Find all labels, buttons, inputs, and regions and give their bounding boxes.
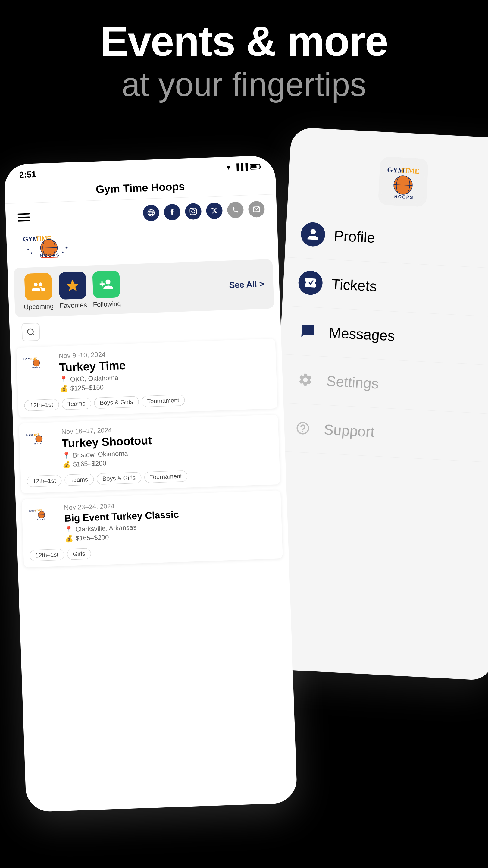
- svg-point-6: [192, 210, 195, 213]
- tag-grades-2: 12th–1st: [27, 475, 62, 487]
- favorites-label: Favorites: [60, 301, 87, 310]
- svg-line-2: [148, 213, 155, 213]
- email-icon[interactable]: [248, 201, 265, 218]
- svg-line-21: [33, 334, 34, 335]
- price-icon: 💰: [60, 384, 68, 393]
- messages-icon: [295, 318, 321, 344]
- quick-actions: Upcoming Favorites Following See All >: [13, 259, 274, 317]
- tag-type-1: Tournament: [141, 395, 185, 407]
- hero-section: Events & more at your fingertips: [0, 18, 488, 104]
- svg-point-7: [195, 209, 195, 210]
- event-logo-2: GYM TIME HOOPS: [25, 428, 56, 450]
- event-info-3: Nov 23–24, 2024 Big Event Turkey Classic…: [64, 497, 276, 546]
- phone-icon[interactable]: [227, 202, 244, 218]
- svg-text:HOOPS: HOOPS: [32, 366, 40, 369]
- tag-gender-3: Girls: [67, 548, 91, 560]
- favorites-icon: [59, 272, 87, 300]
- tag-gender-2: Boys & Girls: [96, 472, 141, 485]
- event-card-3[interactable]: GYM TIME HOOPS Nov 23–24, 2024 Big Event…: [22, 490, 283, 567]
- tag-gender-1: Boys & Girls: [94, 396, 139, 409]
- main-phone: 2:51 ▼ ▐▐▐ Gym Time Hoops: [4, 155, 297, 812]
- svg-line-3: [149, 211, 154, 212]
- support-icon: [290, 415, 315, 441]
- event-header-1: GYM TIME HOOPS Nov 9–10, 2024 Turkey Tim…: [23, 345, 271, 397]
- signal-icon: ▐▐▐: [234, 163, 248, 172]
- svg-text:★: ★: [61, 251, 64, 254]
- facebook-icon[interactable]: f: [164, 204, 181, 221]
- support-label: Support: [324, 421, 375, 440]
- tag-type-2: Tournament: [144, 470, 188, 483]
- tickets-icon: [298, 270, 323, 296]
- wifi-icon: ▼: [225, 164, 232, 172]
- price-icon-3: 💰: [65, 535, 73, 543]
- hamburger-menu[interactable]: [18, 213, 30, 221]
- battery-icon: [250, 164, 260, 170]
- price-icon-2: 💰: [62, 461, 71, 469]
- location-icon-2: 📍: [62, 452, 70, 460]
- events-list: GYM TIME HOOPS Nov 9–10, 2024 Turkey Tim…: [10, 338, 289, 568]
- svg-text:★: ★: [65, 246, 68, 250]
- social-icons-row: f: [143, 201, 265, 221]
- event-header-3: GYM TIME HOOPS Nov 23–24, 2024 Big Event…: [28, 497, 276, 547]
- event-card-1[interactable]: GYM TIME HOOPS Nov 9–10, 2024 Turkey Tim…: [16, 338, 278, 417]
- favorites-action[interactable]: Favorites: [59, 272, 87, 310]
- profile-label: Profile: [334, 227, 376, 246]
- event-info-2: Nov 16–17, 2024 Turkey Shootout 📍 Bristo…: [61, 421, 273, 472]
- following-action[interactable]: Following: [92, 270, 121, 309]
- search-button[interactable]: [22, 323, 40, 341]
- settings-label: Settings: [326, 373, 379, 392]
- settings-icon: [293, 367, 318, 393]
- following-icon: [92, 270, 120, 299]
- svg-rect-5: [190, 208, 196, 215]
- secondary-logo-area: GYM TIME HOOPS: [287, 146, 488, 221]
- svg-text:HOOPS: HOOPS: [37, 518, 45, 521]
- event-logo-3: GYM TIME HOOPS: [28, 504, 59, 526]
- svg-line-4: [149, 215, 154, 215]
- event-card-2[interactable]: GYM TIME HOOPS Nov 16–17, 2024 Turkey Sh…: [19, 414, 281, 493]
- event-header-2: GYM TIME HOOPS Nov 16–17, 2024 Turkey Sh…: [25, 421, 273, 473]
- see-all-button[interactable]: See All >: [229, 279, 264, 290]
- svg-text:TIME: TIME: [400, 166, 420, 175]
- svg-text:HOOPS: HOOPS: [394, 194, 414, 200]
- secondary-phone: 2:51 GYM TIME HOOPS Profile: [263, 127, 488, 681]
- status-icons: ▼ ▐▐▐: [225, 163, 260, 172]
- upcoming-icon: [24, 273, 52, 301]
- upcoming-label: Upcoming: [24, 302, 54, 311]
- profile-icon: [300, 222, 326, 247]
- status-time: 2:51: [19, 170, 36, 180]
- location-icon: 📍: [59, 375, 68, 384]
- globe-icon[interactable]: [143, 204, 160, 221]
- secondary-gym-logo: GYM TIME HOOPS: [378, 156, 429, 207]
- svg-text:★: ★: [30, 252, 33, 255]
- tickets-label: Tickets: [331, 276, 377, 295]
- upcoming-action[interactable]: Upcoming: [23, 273, 54, 311]
- twitter-x-icon[interactable]: [206, 202, 223, 219]
- hero-title: Events & more: [0, 18, 488, 64]
- tag-teams-2: Teams: [64, 474, 94, 486]
- instagram-icon[interactable]: [185, 203, 202, 220]
- svg-text:HOOPS: HOOPS: [34, 442, 43, 444]
- tag-teams-1: Teams: [62, 398, 91, 410]
- following-label: Following: [93, 300, 121, 309]
- messages-label: Messages: [329, 324, 395, 344]
- gym-time-hoops-logo: GYM TIME ★ ★ ★ ★ HOOPS: [19, 230, 79, 262]
- svg-text:★: ★: [26, 247, 30, 251]
- secondary-navigation: Profile Tickets Messages: [274, 209, 488, 463]
- location-icon-3: 📍: [65, 526, 73, 534]
- tag-grades-1: 12th–1st: [24, 399, 59, 411]
- event-info-1: Nov 9–10, 2024 Turkey Time 📍 OKC, Oklaho…: [59, 345, 271, 396]
- hero-subtitle: at your fingertips: [0, 64, 488, 104]
- tag-grades-3: 12th–1st: [29, 549, 64, 561]
- event-logo-1: GYM TIME HOOPS: [23, 352, 53, 374]
